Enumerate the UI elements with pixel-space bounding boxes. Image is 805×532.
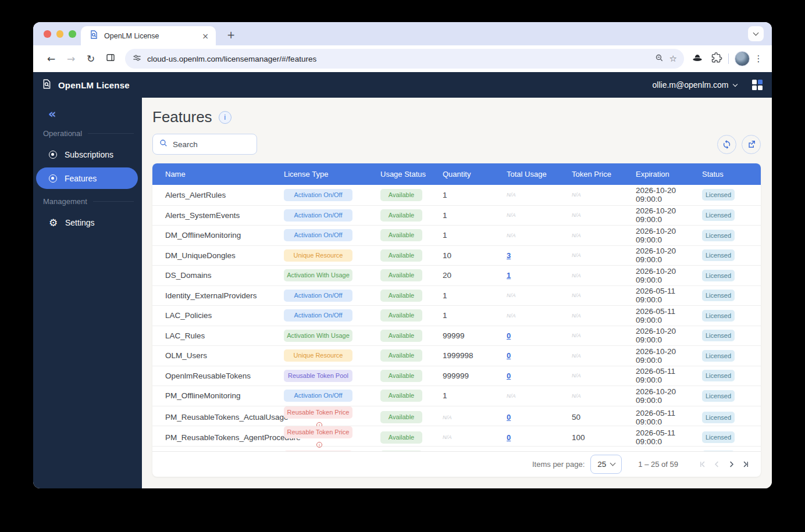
col-header-expiration[interactable]: Expiration bbox=[636, 170, 702, 178]
table-row[interactable]: DM_OfflineMonitoring Activation On/Off A… bbox=[152, 225, 761, 245]
section-divider bbox=[93, 201, 134, 202]
license-type-badge: Activation On/Off bbox=[284, 290, 352, 302]
next-page-button[interactable] bbox=[727, 460, 736, 469]
total-usage-link[interactable]: 3 bbox=[507, 251, 511, 260]
expiration-cell: 2026-05-11 09:00:0 bbox=[636, 287, 702, 304]
table-row[interactable]: Alerts_SystemEvents Activation On/Off Av… bbox=[152, 205, 761, 226]
total-usage-cell: N/A bbox=[507, 212, 572, 218]
quantity-cell: 1 bbox=[443, 311, 507, 320]
token-price-cell: N/A bbox=[572, 212, 636, 218]
col-header-token-price[interactable]: Token Price bbox=[572, 170, 636, 178]
status-badge: Licensed bbox=[702, 189, 735, 201]
toolbar-divider bbox=[728, 53, 729, 64]
quantity-cell: 1 bbox=[443, 231, 507, 240]
user-email-menu[interactable]: ollie.m@openlm.com bbox=[653, 80, 729, 90]
expiration-cell: 2026-10-20 09:00:0 bbox=[636, 267, 702, 284]
browser-menu-icon[interactable]: ⋮ bbox=[752, 53, 765, 64]
close-window-button[interactable] bbox=[44, 30, 51, 38]
usage-status-badge: Available bbox=[380, 451, 422, 451]
table-row[interactable]: Identity_ExternalProviders Activation On… bbox=[152, 285, 761, 306]
profile-avatar[interactable] bbox=[735, 51, 750, 66]
total-usage-link[interactable]: 1 bbox=[507, 271, 511, 280]
license-type-cell: Activation On/Off bbox=[284, 290, 380, 302]
feature-name-cell: PM_ReusableTokens_AgentProcedure bbox=[165, 433, 284, 442]
window-controls bbox=[44, 30, 76, 38]
table-row[interactable]: OLM_Users Unique Resource Available 1999… bbox=[152, 345, 761, 366]
token-price-cell: N/A bbox=[572, 333, 636, 338]
status-cell: Licensed bbox=[702, 290, 753, 301]
refresh-button[interactable] bbox=[717, 135, 736, 154]
table-row[interactable]: PM_ReusableTokens_ActualUsage Reusable T… bbox=[152, 406, 761, 426]
minimize-window-button[interactable] bbox=[56, 30, 64, 38]
sidebar-collapse-button[interactable]: « bbox=[48, 107, 142, 121]
table-row[interactable]: Alerts_AlertRules Activation On/Off Avai… bbox=[152, 185, 761, 205]
maximize-window-button[interactable] bbox=[69, 30, 76, 38]
browser-tab[interactable]: OpenLM License × bbox=[81, 26, 216, 45]
total-usage-link[interactable]: 0 bbox=[507, 413, 511, 422]
col-header-name[interactable]: Name bbox=[165, 170, 284, 178]
total-usage-link[interactable]: 0 bbox=[507, 372, 511, 380]
sidebar-item-settings[interactable]: ⚙ Settings bbox=[36, 212, 138, 233]
status-badge: Licensed bbox=[702, 310, 735, 322]
first-page-button[interactable] bbox=[698, 460, 707, 469]
status-cell: Licensed bbox=[702, 431, 753, 443]
features-table: Name License Type Usage Status Quantity … bbox=[152, 163, 761, 477]
table-row[interactable]: Reusable Token Pricei Available Licensed bbox=[152, 446, 761, 451]
col-header-total-usage[interactable]: Total Usage bbox=[507, 170, 572, 178]
table-row[interactable]: PM_OfflineMonitoring Activation On/Off A… bbox=[152, 385, 761, 406]
col-header-usage-status[interactable]: Usage Status bbox=[380, 170, 443, 178]
table-row[interactable]: OpenlmReusableTokens Reusable Token Pool… bbox=[152, 366, 761, 386]
col-header-quantity[interactable]: Quantity bbox=[443, 170, 507, 178]
search-input[interactable] bbox=[173, 140, 243, 149]
sidebar: « Operational Subscriptions Features Man… bbox=[33, 98, 142, 488]
chevron-down-icon bbox=[732, 82, 737, 87]
zoom-out-icon[interactable] bbox=[654, 53, 664, 65]
usage-status-badge: Available bbox=[380, 370, 422, 382]
url-text[interactable]: cloud-us.openlm.com/licensemanager/#/fea… bbox=[147, 55, 649, 63]
sidebar-item-features[interactable]: Features bbox=[36, 167, 138, 189]
table-row[interactable]: LAC_Rules Activation With Usage Availabl… bbox=[152, 326, 761, 346]
total-usage-link[interactable]: 0 bbox=[507, 433, 511, 442]
total-usage-link[interactable]: 0 bbox=[507, 351, 511, 360]
quantity-cell: 1999998 bbox=[443, 351, 507, 360]
license-type-badge: Reusable Token Pricei bbox=[284, 406, 352, 419]
quantity-cell: 1 bbox=[443, 191, 507, 199]
quantity-cell: 1 bbox=[443, 211, 507, 220]
previous-page-button[interactable] bbox=[713, 460, 721, 469]
total-usage-link[interactable]: 0 bbox=[507, 331, 511, 340]
token-price-cell: N/A bbox=[572, 292, 636, 298]
token-price-cell: N/A bbox=[572, 233, 636, 238]
license-type-cell: Reusable Token Pool bbox=[284, 370, 380, 382]
col-header-license-type[interactable]: License Type bbox=[284, 170, 380, 178]
search-box[interactable] bbox=[152, 134, 257, 155]
export-button[interactable] bbox=[742, 135, 761, 154]
extension-hat-icon[interactable] bbox=[691, 51, 704, 66]
last-page-button[interactable] bbox=[742, 460, 750, 469]
url-bar[interactable]: cloud-us.openlm.com/licensemanager/#/fea… bbox=[125, 49, 684, 69]
col-header-status[interactable]: Status bbox=[702, 170, 753, 178]
table-row[interactable]: DS_Domains Activation With Usage Availab… bbox=[152, 265, 761, 285]
sidebar-section-management: Management bbox=[43, 197, 134, 206]
items-per-page-select[interactable]: 25 bbox=[590, 455, 622, 474]
license-type-cell: Activation On/Off bbox=[284, 390, 380, 402]
tab-title: OpenLM License bbox=[104, 32, 195, 40]
tab-close-icon[interactable]: × bbox=[201, 31, 210, 41]
bookmark-star-icon[interactable]: ☆ bbox=[669, 53, 677, 64]
app-switcher-grid-icon[interactable] bbox=[752, 80, 763, 91]
status-cell: Licensed bbox=[702, 412, 753, 423]
quantity-cell: 1 bbox=[443, 291, 507, 300]
info-icon[interactable]: i bbox=[219, 111, 231, 124]
site-settings-tune-icon[interactable] bbox=[132, 53, 142, 65]
table-row[interactable]: DM_UniqueDongles Unique Resource Availab… bbox=[152, 245, 761, 266]
table-row[interactable]: LAC_Policies Activation On/Off Available… bbox=[152, 305, 761, 326]
section-label: Operational bbox=[43, 129, 82, 138]
back-button[interactable]: ← bbox=[42, 53, 60, 65]
new-tab-button[interactable]: + bbox=[224, 28, 238, 42]
sidebar-item-subscriptions[interactable]: Subscriptions bbox=[36, 144, 138, 165]
reload-button[interactable]: ↻ bbox=[82, 53, 99, 65]
tab-search-chevron-button[interactable] bbox=[748, 26, 764, 41]
table-row[interactable]: PM_ReusableTokens_AgentProcedure Reusabl… bbox=[152, 426, 761, 446]
forward-button[interactable]: → bbox=[62, 53, 80, 65]
side-panel-icon[interactable] bbox=[102, 52, 119, 66]
extensions-puzzle-icon[interactable] bbox=[711, 52, 722, 66]
